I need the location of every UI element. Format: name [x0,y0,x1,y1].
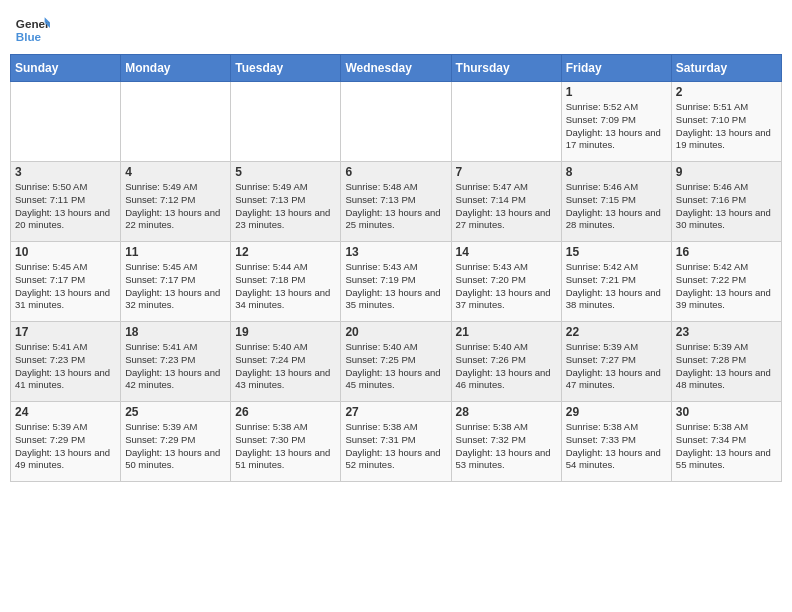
day-cell: 27Sunrise: 5:38 AMSunset: 7:31 PMDayligh… [341,402,451,482]
day-number: 14 [456,245,557,259]
day-cell: 25Sunrise: 5:39 AMSunset: 7:29 PMDayligh… [121,402,231,482]
svg-text:Blue: Blue [16,30,42,43]
day-cell: 29Sunrise: 5:38 AMSunset: 7:33 PMDayligh… [561,402,671,482]
week-row-2: 3Sunrise: 5:50 AMSunset: 7:11 PMDaylight… [11,162,782,242]
day-number: 5 [235,165,336,179]
day-number: 9 [676,165,777,179]
day-cell: 6Sunrise: 5:48 AMSunset: 7:13 PMDaylight… [341,162,451,242]
day-cell: 26Sunrise: 5:38 AMSunset: 7:30 PMDayligh… [231,402,341,482]
day-number: 11 [125,245,226,259]
day-number: 22 [566,325,667,339]
day-info: Sunrise: 5:46 AMSunset: 7:15 PMDaylight:… [566,181,667,232]
day-cell: 12Sunrise: 5:44 AMSunset: 7:18 PMDayligh… [231,242,341,322]
day-cell [11,82,121,162]
day-info: Sunrise: 5:51 AMSunset: 7:10 PMDaylight:… [676,101,777,152]
day-cell: 3Sunrise: 5:50 AMSunset: 7:11 PMDaylight… [11,162,121,242]
day-cell [451,82,561,162]
day-info: Sunrise: 5:45 AMSunset: 7:17 PMDaylight:… [125,261,226,312]
day-number: 19 [235,325,336,339]
day-info: Sunrise: 5:45 AMSunset: 7:17 PMDaylight:… [15,261,116,312]
day-cell: 20Sunrise: 5:40 AMSunset: 7:25 PMDayligh… [341,322,451,402]
logo: General Blue [14,10,50,46]
day-info: Sunrise: 5:52 AMSunset: 7:09 PMDaylight:… [566,101,667,152]
day-cell [121,82,231,162]
day-cell: 14Sunrise: 5:43 AMSunset: 7:20 PMDayligh… [451,242,561,322]
weekday-sunday: Sunday [11,55,121,82]
weekday-friday: Friday [561,55,671,82]
day-number: 4 [125,165,226,179]
day-info: Sunrise: 5:46 AMSunset: 7:16 PMDaylight:… [676,181,777,232]
day-number: 12 [235,245,336,259]
day-cell: 11Sunrise: 5:45 AMSunset: 7:17 PMDayligh… [121,242,231,322]
day-info: Sunrise: 5:38 AMSunset: 7:30 PMDaylight:… [235,421,336,472]
day-cell: 24Sunrise: 5:39 AMSunset: 7:29 PMDayligh… [11,402,121,482]
day-info: Sunrise: 5:38 AMSunset: 7:32 PMDaylight:… [456,421,557,472]
day-number: 8 [566,165,667,179]
day-cell [231,82,341,162]
day-number: 7 [456,165,557,179]
weekday-header-row: SundayMondayTuesdayWednesdayThursdayFrid… [11,55,782,82]
day-info: Sunrise: 5:40 AMSunset: 7:25 PMDaylight:… [345,341,446,392]
day-info: Sunrise: 5:38 AMSunset: 7:31 PMDaylight:… [345,421,446,472]
page-header: General Blue [10,10,782,46]
day-number: 20 [345,325,446,339]
day-number: 18 [125,325,226,339]
day-cell: 15Sunrise: 5:42 AMSunset: 7:21 PMDayligh… [561,242,671,322]
day-info: Sunrise: 5:40 AMSunset: 7:24 PMDaylight:… [235,341,336,392]
day-number: 29 [566,405,667,419]
day-cell: 1Sunrise: 5:52 AMSunset: 7:09 PMDaylight… [561,82,671,162]
day-number: 26 [235,405,336,419]
day-info: Sunrise: 5:39 AMSunset: 7:29 PMDaylight:… [125,421,226,472]
day-number: 2 [676,85,777,99]
day-cell: 8Sunrise: 5:46 AMSunset: 7:15 PMDaylight… [561,162,671,242]
day-cell: 22Sunrise: 5:39 AMSunset: 7:27 PMDayligh… [561,322,671,402]
day-cell: 16Sunrise: 5:42 AMSunset: 7:22 PMDayligh… [671,242,781,322]
week-row-1: 1Sunrise: 5:52 AMSunset: 7:09 PMDaylight… [11,82,782,162]
day-cell: 2Sunrise: 5:51 AMSunset: 7:10 PMDaylight… [671,82,781,162]
weekday-thursday: Thursday [451,55,561,82]
day-cell: 18Sunrise: 5:41 AMSunset: 7:23 PMDayligh… [121,322,231,402]
day-cell: 9Sunrise: 5:46 AMSunset: 7:16 PMDaylight… [671,162,781,242]
day-cell: 5Sunrise: 5:49 AMSunset: 7:13 PMDaylight… [231,162,341,242]
day-cell: 17Sunrise: 5:41 AMSunset: 7:23 PMDayligh… [11,322,121,402]
day-info: Sunrise: 5:44 AMSunset: 7:18 PMDaylight:… [235,261,336,312]
day-info: Sunrise: 5:41 AMSunset: 7:23 PMDaylight:… [125,341,226,392]
weekday-monday: Monday [121,55,231,82]
weekday-saturday: Saturday [671,55,781,82]
weekday-tuesday: Tuesday [231,55,341,82]
day-info: Sunrise: 5:42 AMSunset: 7:21 PMDaylight:… [566,261,667,312]
day-number: 27 [345,405,446,419]
day-info: Sunrise: 5:43 AMSunset: 7:19 PMDaylight:… [345,261,446,312]
day-number: 17 [15,325,116,339]
logo-icon: General Blue [14,10,50,46]
day-info: Sunrise: 5:50 AMSunset: 7:11 PMDaylight:… [15,181,116,232]
day-number: 1 [566,85,667,99]
day-cell [341,82,451,162]
day-number: 10 [15,245,116,259]
day-cell: 4Sunrise: 5:49 AMSunset: 7:12 PMDaylight… [121,162,231,242]
day-cell: 28Sunrise: 5:38 AMSunset: 7:32 PMDayligh… [451,402,561,482]
day-info: Sunrise: 5:47 AMSunset: 7:14 PMDaylight:… [456,181,557,232]
day-info: Sunrise: 5:43 AMSunset: 7:20 PMDaylight:… [456,261,557,312]
day-info: Sunrise: 5:39 AMSunset: 7:29 PMDaylight:… [15,421,116,472]
day-number: 28 [456,405,557,419]
day-info: Sunrise: 5:38 AMSunset: 7:33 PMDaylight:… [566,421,667,472]
day-info: Sunrise: 5:38 AMSunset: 7:34 PMDaylight:… [676,421,777,472]
day-number: 13 [345,245,446,259]
week-row-3: 10Sunrise: 5:45 AMSunset: 7:17 PMDayligh… [11,242,782,322]
day-number: 15 [566,245,667,259]
day-info: Sunrise: 5:39 AMSunset: 7:27 PMDaylight:… [566,341,667,392]
day-number: 21 [456,325,557,339]
weekday-wednesday: Wednesday [341,55,451,82]
day-number: 25 [125,405,226,419]
day-cell: 10Sunrise: 5:45 AMSunset: 7:17 PMDayligh… [11,242,121,322]
day-info: Sunrise: 5:49 AMSunset: 7:13 PMDaylight:… [235,181,336,232]
day-cell: 7Sunrise: 5:47 AMSunset: 7:14 PMDaylight… [451,162,561,242]
day-info: Sunrise: 5:40 AMSunset: 7:26 PMDaylight:… [456,341,557,392]
day-cell: 19Sunrise: 5:40 AMSunset: 7:24 PMDayligh… [231,322,341,402]
day-info: Sunrise: 5:42 AMSunset: 7:22 PMDaylight:… [676,261,777,312]
day-info: Sunrise: 5:48 AMSunset: 7:13 PMDaylight:… [345,181,446,232]
calendar-body: 1Sunrise: 5:52 AMSunset: 7:09 PMDaylight… [11,82,782,482]
day-cell: 30Sunrise: 5:38 AMSunset: 7:34 PMDayligh… [671,402,781,482]
day-number: 16 [676,245,777,259]
